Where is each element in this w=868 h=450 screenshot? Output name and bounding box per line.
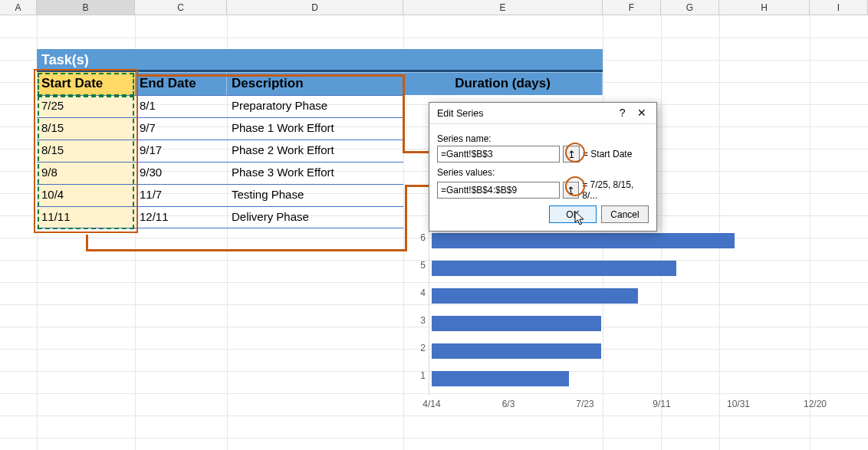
cell-D7[interactable]: Phase 3 Work Effort <box>227 162 403 184</box>
col-header-F[interactable]: F <box>603 0 661 15</box>
chart-bar-3[interactable] <box>432 316 601 331</box>
callout-line-bot-h2 <box>405 185 429 187</box>
callout-line-bot-h <box>86 249 407 251</box>
cell-D6[interactable]: Phase 2 Work Effort <box>227 140 403 162</box>
series-name-range-button[interactable]: ↥ <box>563 146 580 163</box>
dialog-titlebar[interactable]: Edit Series ? ✕ <box>429 103 656 124</box>
cell-C9[interactable]: 12/11 <box>135 206 227 228</box>
tasks-header[interactable]: Task(s) <box>37 49 603 72</box>
chart-xlabel-0: 4/14 <box>413 399 451 409</box>
series-name-label: Series name: <box>437 133 649 144</box>
cell-C7[interactable]: 9/30 <box>135 162 227 184</box>
chart-ylabel-5: 5 <box>412 260 426 271</box>
header-start-date[interactable]: Start Date <box>37 72 135 95</box>
cancel-button[interactable]: Cancel <box>601 205 649 223</box>
chart-xlabel-3: 9/11 <box>643 399 681 409</box>
series-values-range-button[interactable]: ↥ <box>563 182 579 199</box>
cell-B7[interactable]: 9/8 <box>37 162 135 184</box>
header-end-date[interactable]: End Date <box>135 72 227 95</box>
col-header-E[interactable]: E <box>403 0 603 15</box>
cell-D4[interactable]: Preparatory Phase <box>227 95 403 117</box>
bar-chart[interactable]: 1 2 3 4 5 6 4/14 6/3 7/23 9/11 10/31 12/… <box>404 226 856 418</box>
callout-line-bot-v1 <box>86 235 88 251</box>
dialog-help-button[interactable]: ? <box>614 107 631 118</box>
series-name-input[interactable] <box>437 146 560 163</box>
header-start-date-label: Start Date <box>41 75 103 92</box>
chart-xlabel-1: 6/3 <box>489 399 528 409</box>
header-duration[interactable]: Duration (days) <box>403 72 603 95</box>
cell-B6[interactable]: 8/15 <box>37 140 135 162</box>
chart-bar-4[interactable] <box>432 288 638 304</box>
collapse-icon: ↥ <box>567 149 576 160</box>
chart-xlabel-5: 12/20 <box>796 399 834 409</box>
col-header-G[interactable]: G <box>661 0 719 15</box>
chart-bar-5[interactable] <box>432 261 676 276</box>
column-header-row: A B C D E F G H I <box>0 0 868 15</box>
chart-bar-6[interactable] <box>432 233 735 248</box>
col-header-B[interactable]: B <box>37 0 135 15</box>
chart-ylabel-3: 3 <box>412 315 426 326</box>
cell-D9[interactable]: Delivery Phase <box>227 206 403 228</box>
chart-ylabel-6: 6 <box>412 232 426 243</box>
col-header-I[interactable]: I <box>810 0 868 15</box>
cell-C6[interactable]: 9/17 <box>135 140 227 162</box>
cell-D8[interactable]: Testing Phase <box>227 184 403 206</box>
cell-D5[interactable]: Phase 1 Work Effort <box>227 117 403 140</box>
dialog-close-button[interactable]: ✕ <box>633 107 650 118</box>
cell-B9[interactable]: 11/11 <box>37 206 135 228</box>
chart-xlabel-2: 7/23 <box>566 399 604 409</box>
chart-ylabel-4: 4 <box>412 287 426 298</box>
cell-B8[interactable]: 10/4 <box>37 184 135 206</box>
col-header-D[interactable]: D <box>227 0 403 15</box>
ok-button[interactable]: OK <box>549 205 597 223</box>
col-header-A[interactable]: A <box>0 0 37 15</box>
cell-B5[interactable]: 8/15 <box>37 117 135 140</box>
series-values-preview: = 7/25, 8/15, 8/... <box>582 179 649 201</box>
header-description[interactable]: Description <box>227 72 403 95</box>
col-header-C[interactable]: C <box>135 0 227 15</box>
callout-line-top-h2 <box>403 151 429 153</box>
chart-ylabel-1: 1 <box>412 370 426 381</box>
header-duration-label: Duration (days) <box>455 75 551 92</box>
series-name-preview: = Start Date <box>583 149 632 159</box>
dialog-title: Edit Series <box>437 108 483 119</box>
cell-C5[interactable]: 9/7 <box>135 117 227 140</box>
chart-y-axis-line <box>429 226 429 395</box>
chart-bar-2[interactable] <box>432 343 601 359</box>
edit-series-dialog: Edit Series ? ✕ Series name: ↥ = Start D… <box>429 102 657 232</box>
series-values-input[interactable] <box>437 182 560 199</box>
collapse-icon: ↥ <box>567 185 575 196</box>
cell-B4[interactable]: 7/25 <box>37 95 135 117</box>
chart-xlabel-4: 10/31 <box>719 399 758 409</box>
header-end-date-label: End Date <box>140 75 196 92</box>
cell-C8[interactable]: 11/7 <box>135 184 227 206</box>
header-description-label: Description <box>232 75 304 92</box>
cell-C4[interactable]: 8/1 <box>135 95 227 117</box>
series-values-label: Series values: <box>437 167 649 178</box>
chart-ylabel-2: 2 <box>412 343 426 353</box>
chart-bar-1[interactable] <box>432 371 569 386</box>
col-header-H[interactable]: H <box>719 0 810 15</box>
tasks-header-label: Task(s) <box>41 51 89 69</box>
